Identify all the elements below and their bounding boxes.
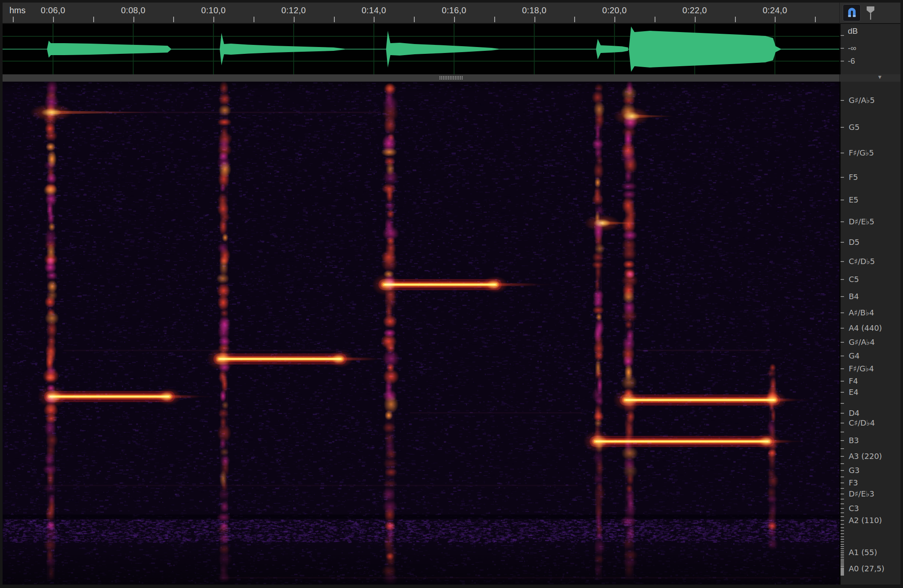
waveform-event (596, 39, 628, 59)
time-tick (614, 17, 615, 22)
pitch-tick (841, 520, 844, 521)
pitch-label: G♯/A♭4 (849, 338, 875, 347)
pitch-label: D4 (849, 409, 859, 417)
time-tick (133, 17, 134, 22)
waveform-event (629, 26, 781, 72)
time-ruler[interactable]: hms 0:06,00:08,00:10,00:12,00:14,00:16,0… (3, 3, 839, 24)
time-tick (13, 17, 14, 22)
app-frame: hms 0:06,00:08,00:10,00:12,00:14,00:16,0… (0, 0, 903, 588)
pitch-tick (841, 552, 844, 553)
time-tick (53, 17, 54, 22)
pitch-label: B3 (849, 436, 859, 445)
waveform-event (47, 41, 171, 58)
panel-splitter[interactable] (3, 74, 839, 82)
toolbar-corner (839, 3, 900, 24)
pitch-label: A3 (220) (849, 452, 882, 461)
pitch-tick (841, 533, 844, 534)
pitch-tick (841, 381, 844, 382)
pitch-tick (841, 541, 844, 542)
pitch-tick (841, 448, 844, 449)
pitch-tick (841, 261, 844, 262)
pitch-label: A♯/B♭4 (849, 308, 874, 317)
pitch-label: D5 (849, 238, 859, 247)
time-label: 0:14,0 (362, 6, 386, 15)
pitch-tick (841, 544, 844, 545)
db-scale[interactable]: dB -∞ -6 (839, 24, 900, 74)
pitch-label: G4 (849, 351, 859, 360)
pitch-tick (841, 571, 844, 572)
pitch-tick (841, 560, 844, 561)
time-label: 0:18,0 (522, 6, 546, 15)
db-tick (841, 35, 844, 36)
pitch-tick (841, 569, 844, 570)
pitch-tick (841, 470, 844, 471)
pitch-tick (841, 456, 844, 457)
pitch-tick (841, 516, 844, 517)
pitch-tick (841, 153, 844, 153)
pitch-tick (841, 482, 844, 483)
db-tick (841, 61, 844, 62)
waveform-svg (3, 24, 839, 74)
pitch-label: B4 (849, 292, 859, 301)
time-tick (294, 17, 295, 22)
pitch-tick (841, 392, 844, 393)
pitch-label: C♯/D♭4 (849, 418, 875, 427)
pitch-tick (841, 508, 844, 509)
pitch-tick (841, 524, 844, 525)
time-tick (213, 17, 214, 22)
time-tick (334, 17, 335, 22)
pitch-tick (841, 328, 844, 329)
pitch-tick (841, 566, 844, 567)
pitch-tick (841, 423, 844, 423)
splitter-handle[interactable] (440, 76, 463, 80)
pitch-label: E4 (849, 388, 859, 397)
pitch-tick (841, 127, 844, 128)
db-unit-label: dB (848, 26, 858, 36)
spectrogram-canvas[interactable] (3, 82, 839, 585)
time-tick (93, 17, 94, 22)
pitch-tick (841, 499, 844, 500)
time-label: 0:06,0 (41, 6, 65, 15)
pitch-tick (841, 557, 844, 558)
collapse-arrow-icon[interactable]: ▾ (878, 73, 882, 81)
pitch-label: G3 (849, 466, 859, 475)
pitch-tick (841, 570, 844, 571)
time-tick (815, 17, 816, 22)
time-tick (374, 17, 375, 22)
time-tick (254, 17, 254, 22)
time-unit-label: hms (9, 6, 26, 15)
pitch-label: E5 (849, 195, 859, 204)
waveform-event (220, 33, 345, 65)
pitch-tick (841, 563, 844, 564)
time-label: 0:22,0 (682, 6, 707, 15)
time-label: 0:16,0 (442, 6, 466, 15)
time-tick (695, 17, 696, 22)
pitch-tick (841, 463, 844, 464)
pitch-label: D♯/E♭5 (849, 217, 874, 226)
pitch-tick (841, 413, 844, 414)
pitch-label: C5 (849, 275, 859, 284)
waveform-display[interactable] (3, 24, 839, 74)
time-tick (574, 17, 575, 22)
pitch-label: F5 (849, 173, 858, 182)
pitch-label: F4 (849, 376, 858, 385)
time-tick (775, 17, 776, 22)
pitch-tick (841, 503, 844, 504)
pitch-tick (841, 548, 844, 549)
pitch-scale[interactable]: G♯/A♭5G5F♯/G♭5F5E5D♯/E♭5D5C♯/D♭5C5B4A♯/B… (839, 82, 900, 585)
pitch-tick (841, 342, 844, 343)
pitch-tick (841, 550, 844, 551)
pitch-tick (841, 494, 844, 494)
pitch-tick (841, 440, 844, 441)
magnet-icon (846, 6, 858, 20)
pitch-tick (841, 539, 844, 540)
db-neg6-label: -6 (848, 56, 855, 66)
pitch-tick (841, 568, 844, 569)
pitch-tick (841, 488, 844, 489)
pitch-label: F3 (849, 478, 858, 487)
db-neg-infinity-label: -∞ (848, 44, 856, 53)
snap-toggle-button[interactable] (843, 4, 861, 21)
splitter-right-corner: ▾ (839, 74, 900, 82)
marker-pin-button[interactable] (865, 5, 876, 21)
pitch-tick (841, 221, 844, 222)
